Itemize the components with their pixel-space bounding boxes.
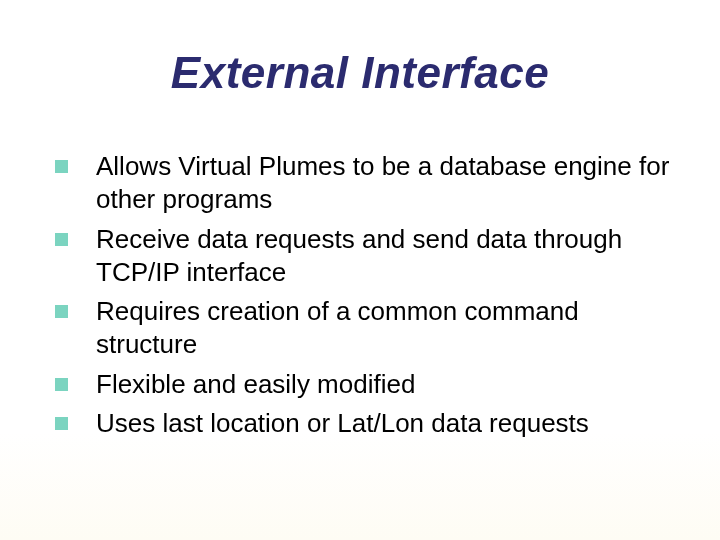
square-bullet-icon <box>55 378 68 391</box>
bullet-text: Uses last location or Lat/Lon data reque… <box>96 407 670 440</box>
bullet-text: Flexible and easily modified <box>96 368 670 401</box>
list-item: Flexible and easily modified <box>55 368 670 401</box>
list-item: Uses last location or Lat/Lon data reque… <box>55 407 670 440</box>
slide-body: Allows Virtual Plumes to be a database e… <box>55 150 670 446</box>
square-bullet-icon <box>55 417 68 430</box>
bullet-text: Allows Virtual Plumes to be a database e… <box>96 150 670 217</box>
slide-title: External Interface <box>0 48 720 98</box>
list-item: Receive data requests and send data thro… <box>55 223 670 290</box>
square-bullet-icon <box>55 305 68 318</box>
list-item: Allows Virtual Plumes to be a database e… <box>55 150 670 217</box>
slide: External Interface Allows Virtual Plumes… <box>0 0 720 540</box>
square-bullet-icon <box>55 160 68 173</box>
list-item: Requires creation of a common command st… <box>55 295 670 362</box>
bullet-text: Receive data requests and send data thro… <box>96 223 670 290</box>
square-bullet-icon <box>55 233 68 246</box>
bullet-text: Requires creation of a common command st… <box>96 295 670 362</box>
